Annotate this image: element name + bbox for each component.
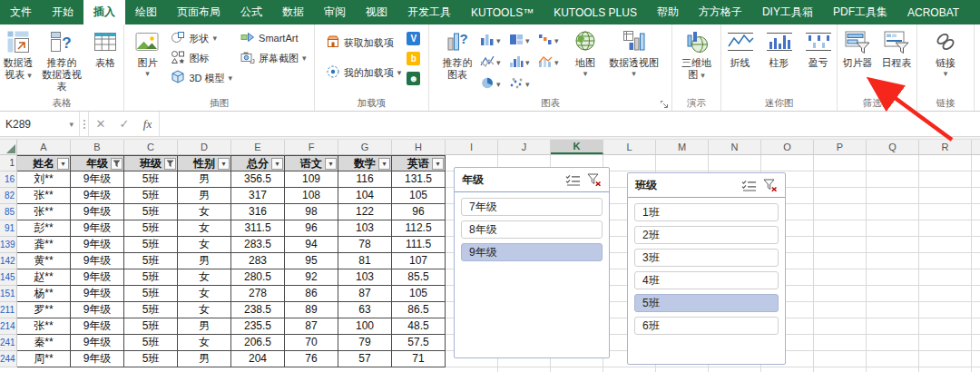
column-header-D[interactable]: D [178, 140, 231, 154]
cell[interactable]: 5班 [124, 237, 178, 253]
tab-acrobat[interactable]: ACROBAT [897, 0, 969, 24]
cell[interactable]: 男 [178, 188, 231, 204]
slicer-item[interactable]: 4班 [634, 271, 779, 289]
tab-file[interactable]: 文件 [0, 0, 42, 24]
pictures-button[interactable]: 图片▾ [129, 27, 165, 78]
cell[interactable]: 98 [285, 204, 338, 220]
formula-input[interactable] [160, 112, 980, 136]
cell[interactable]: 黄** [17, 253, 71, 269]
cell[interactable]: 283.5 [231, 237, 285, 253]
cell[interactable]: 女 [178, 269, 231, 286]
row-header-91[interactable]: 91 [0, 220, 17, 237]
cell[interactable]: 48.5 [392, 318, 446, 335]
filter-dropdown-button[interactable]: ▾ [271, 158, 283, 170]
cell[interactable]: 5班 [124, 318, 178, 335]
cell[interactable]: 5班 [124, 302, 178, 318]
column-header-I[interactable]: I [446, 140, 498, 154]
column-header-K[interactable]: K [551, 140, 603, 154]
cell[interactable]: 秦** [17, 335, 71, 351]
column-header-N[interactable]: N [709, 140, 761, 154]
cell[interactable]: 5班 [124, 253, 178, 269]
insert-column-chart-button[interactable]: ▾ [478, 30, 506, 51]
tab-formulas[interactable]: 公式 [230, 0, 272, 24]
cell[interactable]: 57 [338, 351, 392, 367]
icons-button[interactable]: 图标 [168, 49, 235, 67]
filter-dropdown-button[interactable]: ▾ [57, 158, 69, 170]
row-header-214[interactable]: 214 [0, 318, 17, 335]
dialog-launcher-icon[interactable] [660, 100, 669, 109]
cell[interactable]: 9年级 [71, 318, 124, 335]
insert-combo-chart-button[interactable]: ▾ [536, 52, 564, 73]
get-addins-button[interactable]: 获取加载项 [323, 34, 405, 52]
cell[interactable]: 283 [231, 253, 285, 269]
column-header-J[interactable]: J [498, 140, 551, 154]
cell[interactable]: 彭** [17, 220, 71, 237]
cell[interactable]: 70 [285, 335, 338, 351]
cell[interactable]: 111.5 [392, 237, 446, 253]
slicer-item[interactable]: 1班 [634, 203, 779, 221]
cell[interactable]: 89 [285, 302, 338, 318]
cell[interactable]: 周** [17, 351, 71, 367]
cell[interactable]: 5班 [124, 188, 178, 204]
cell[interactable]: 96 [392, 204, 446, 220]
cell[interactable]: 280.5 [231, 269, 285, 286]
filter-applied-button[interactable] [164, 158, 176, 170]
insert-scatter-chart-button[interactable]: ▾ [507, 73, 535, 94]
cell[interactable]: 9年级 [71, 302, 124, 318]
row-header-82[interactable]: 82 [0, 188, 17, 204]
cell[interactable]: 9年级 [71, 351, 124, 367]
slicer-item[interactable]: 2班 [634, 226, 779, 244]
cell[interactable]: 278 [231, 286, 285, 302]
row-header-85[interactable]: 85 [0, 204, 17, 220]
cell[interactable]: 5班 [124, 269, 178, 286]
cell[interactable]: 105 [392, 286, 446, 302]
cell[interactable]: 女 [178, 335, 231, 351]
insert-hierarchy-chart-button[interactable]: ▾ [507, 30, 535, 51]
clear-filter-button[interactable] [587, 173, 602, 187]
row-header-1[interactable]: 1 [0, 155, 17, 171]
column-header-G[interactable]: G [338, 140, 392, 154]
cell[interactable]: 9年级 [71, 286, 124, 302]
cell[interactable]: 103 [338, 269, 392, 286]
cell[interactable]: 9年级 [71, 269, 124, 286]
cell[interactable]: 76 [285, 351, 338, 367]
3d-map-button[interactable]: 三维地 图 ▾ [679, 27, 715, 81]
row-header-142[interactable]: 142 [0, 253, 17, 269]
tab-page-layout[interactable]: 页面布局 [167, 0, 230, 24]
cell[interactable]: 5班 [124, 335, 178, 351]
people-graph-addin-icon[interactable]: ☻ [407, 72, 420, 85]
row-header-241[interactable]: 241 [0, 335, 17, 351]
multi-select-button[interactable] [565, 174, 581, 186]
cell[interactable]: 男 [178, 318, 231, 335]
pivotchart-button[interactable]: 数据透视图▾ [606, 27, 662, 78]
tab-draw[interactable]: 绘图 [125, 0, 167, 24]
column-header-B[interactable]: B [71, 140, 124, 154]
cell[interactable]: 95 [285, 253, 338, 269]
row-header-16[interactable]: 16 [0, 171, 17, 188]
insert-pie-chart-button[interactable]: ▾ [478, 73, 506, 94]
column-header-H[interactable]: H [392, 140, 446, 154]
cell[interactable]: 男 [178, 351, 231, 367]
my-addins-button[interactable]: 我的加载项▾ [323, 64, 405, 82]
slicer-item[interactable]: 8年级 [461, 220, 603, 239]
cell[interactable]: 316 [231, 204, 285, 220]
timeline-button[interactable]: 日程表 [878, 27, 915, 69]
enter-button[interactable]: ✓ [113, 112, 136, 136]
cell[interactable]: 204 [231, 351, 285, 367]
cell[interactable]: 男 [178, 171, 231, 188]
row-header-151[interactable]: 151 [0, 286, 17, 302]
bing-addin-icon[interactable]: b [407, 52, 420, 65]
cell[interactable]: 女 [178, 204, 231, 220]
cell[interactable]: 5班 [124, 286, 178, 302]
cell[interactable]: 79 [338, 335, 392, 351]
tab-pdf-tools[interactable]: PDF工具集 [823, 0, 897, 24]
cell[interactable]: 112.5 [392, 220, 446, 237]
slicer-button[interactable]: 切片器 [839, 27, 876, 69]
cell[interactable]: 9年级 [71, 253, 124, 269]
tab-kutools-plus[interactable]: KUTOOLS PLUS [544, 0, 647, 24]
cell[interactable]: 71 [392, 351, 446, 367]
cell[interactable]: 122 [338, 204, 392, 220]
insert-function-button[interactable]: fx [136, 112, 160, 136]
select-all-corner[interactable] [0, 140, 17, 154]
cell[interactable]: 317 [231, 188, 285, 204]
